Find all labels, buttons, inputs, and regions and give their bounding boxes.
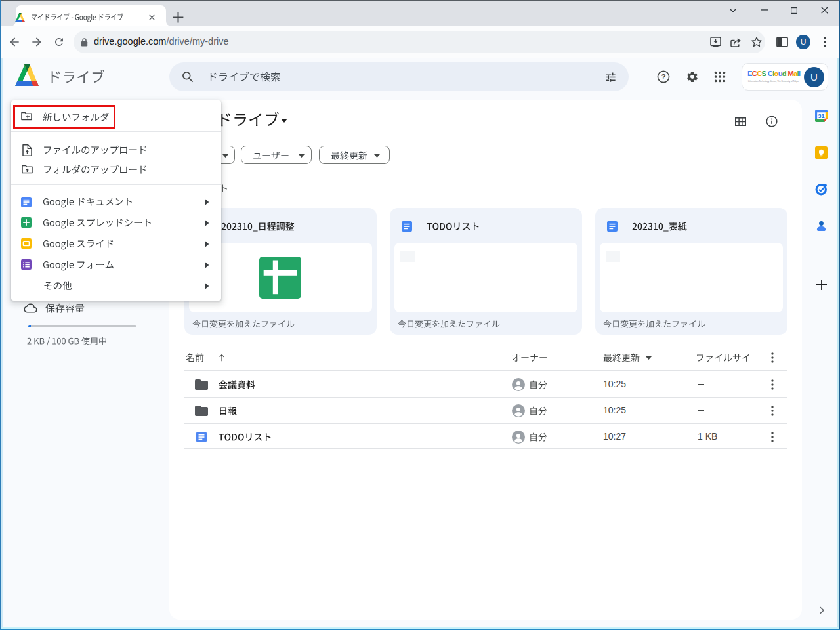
svg-text:?: ? <box>661 73 665 81</box>
svg-text:31: 31 <box>818 113 825 119</box>
